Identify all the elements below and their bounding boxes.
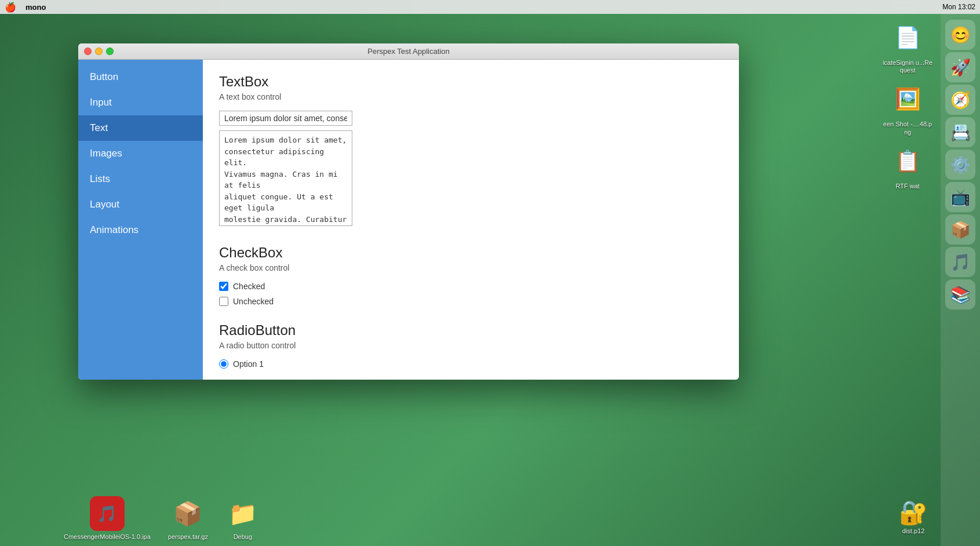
sidebar-item-input[interactable]: Input bbox=[78, 90, 203, 115]
desktop-bottom-icons: 🎵 CmessengerMobileiOS-1.0.ipa 📦 perspex.… bbox=[64, 496, 260, 540]
sidebar-item-layout[interactable]: Layout bbox=[78, 192, 203, 217]
sidebar: Button Input Text Images Lists Layout An… bbox=[78, 60, 203, 380]
radiobutton-title: RadioButton bbox=[219, 322, 723, 338]
checkbox-title: CheckBox bbox=[219, 245, 723, 261]
window-controls bbox=[84, 48, 114, 55]
window-close-button[interactable] bbox=[84, 48, 92, 55]
radio-option1[interactable] bbox=[219, 359, 228, 369]
checkbox-unchecked[interactable] bbox=[219, 297, 228, 306]
window-minimize-button[interactable] bbox=[95, 48, 103, 55]
checkbox-subtitle: A check box control bbox=[219, 263, 723, 272]
radiobutton-subtitle: A radio button control bbox=[219, 341, 723, 350]
certificate-signing-label: icateSignin u...Request bbox=[881, 59, 934, 74]
app-name[interactable]: mono bbox=[25, 3, 46, 12]
debug-folder-icon[interactable]: 📁 Debug bbox=[225, 496, 260, 540]
dock-music[interactable]: 🎵 bbox=[945, 247, 975, 277]
dock-package[interactable]: 📦 bbox=[945, 214, 975, 245]
checkbox-section: CheckBox A check box control Checked Unc… bbox=[219, 245, 723, 306]
checkbox-checked-row: Checked bbox=[219, 282, 723, 291]
sidebar-item-animations[interactable]: Animations bbox=[78, 217, 203, 243]
rtf-image: 📋 bbox=[890, 141, 925, 181]
dock-books[interactable]: 📚 bbox=[945, 279, 975, 310]
dock-finder[interactable]: 😊 bbox=[945, 20, 975, 50]
checkbox-checked[interactable] bbox=[219, 282, 228, 291]
sidebar-item-images[interactable]: Images bbox=[78, 141, 203, 166]
window-title: Perspex Test Application bbox=[367, 47, 449, 56]
checkbox-checked-label: Checked bbox=[233, 282, 265, 291]
screenshot-label: een Shot -....48.png bbox=[881, 121, 934, 136]
perspex-tar-icon[interactable]: 📦 perspex.tar.gz bbox=[168, 496, 208, 540]
dock-safari[interactable]: 🧭 bbox=[945, 85, 975, 115]
menubar-right: Mon 13:02 bbox=[942, 3, 975, 11]
cert-icon[interactable]: 🔐 dist.p12 bbox=[899, 499, 928, 534]
checkbox-unchecked-row: Unchecked bbox=[219, 297, 723, 306]
main-content: TextBox A text box control Lorem ipsum d… bbox=[203, 60, 739, 380]
dock: 😊 🚀 🧭 📇 ⚙️ 📺 📦 🎵 📚 bbox=[941, 14, 980, 546]
window-titlebar: Perspex Test Application bbox=[78, 43, 739, 60]
certificate-signing-icon[interactable]: 📄 icateSignin u...Request bbox=[881, 17, 934, 74]
certificate-signing-image: 📄 bbox=[890, 17, 925, 58]
textbox-single-input[interactable] bbox=[219, 111, 352, 126]
desktop: 🍎 mono Mon 13:02 📄 icateSignin u...Reque… bbox=[0, 0, 980, 546]
textbox-title: TextBox bbox=[219, 74, 723, 90]
window-content: Button Input Text Images Lists Layout An… bbox=[78, 60, 739, 380]
perspex-tar-label: perspex.tar.gz bbox=[168, 533, 208, 540]
radiobutton-section: RadioButton A radio button control Optio… bbox=[219, 322, 723, 369]
dock-airplay[interactable]: 📺 bbox=[945, 182, 975, 212]
screenshot-icon[interactable]: 🖼️ een Shot -....48.png bbox=[881, 79, 934, 136]
checkbox-unchecked-label: Unchecked bbox=[233, 297, 274, 306]
screenshot-image: 🖼️ bbox=[890, 79, 925, 119]
cmessenger-label: CmessengerMobileiOS-1.0.ipa bbox=[64, 533, 151, 540]
textbox-multi-input[interactable]: Lorem ipsum dolor sit amet, consectetur … bbox=[219, 130, 352, 226]
textbox-section: TextBox A text box control Lorem ipsum d… bbox=[219, 74, 723, 228]
rtf-label: RTF wat bbox=[895, 183, 919, 190]
sidebar-item-text[interactable]: Text bbox=[78, 115, 203, 141]
cmessenger-image: 🎵 bbox=[90, 496, 125, 531]
perspex-tar-image: 📦 bbox=[170, 496, 205, 531]
apple-menu[interactable]: 🍎 bbox=[5, 2, 16, 13]
dock-launchpad[interactable]: 🚀 bbox=[945, 52, 975, 82]
dock-settings[interactable]: ⚙️ bbox=[945, 150, 975, 180]
sidebar-item-lists[interactable]: Lists bbox=[78, 166, 203, 192]
dock-contacts[interactable]: 📇 bbox=[945, 117, 975, 147]
sidebar-item-button[interactable]: Button bbox=[78, 64, 203, 90]
radio-option1-row: Option 1 bbox=[219, 359, 723, 369]
radio-option1-label: Option 1 bbox=[233, 359, 264, 369]
textbox-subtitle: A text box control bbox=[219, 92, 723, 101]
menubar: 🍎 mono Mon 13:02 bbox=[0, 0, 980, 14]
app-window: Perspex Test Application Button Input Te… bbox=[78, 43, 739, 380]
debug-folder-image: 📁 bbox=[225, 496, 260, 531]
cmessenger-ipa-icon[interactable]: 🎵 CmessengerMobileiOS-1.0.ipa bbox=[64, 496, 151, 540]
desktop-icons-right: 📄 icateSignin u...Request 🖼️ een Shot -.… bbox=[881, 17, 934, 190]
debug-folder-label: Debug bbox=[234, 533, 252, 540]
window-maximize-button[interactable] bbox=[106, 48, 114, 55]
rtf-icon[interactable]: 📋 RTF wat bbox=[881, 141, 934, 190]
menubar-time: Mon 13:02 bbox=[942, 3, 975, 11]
